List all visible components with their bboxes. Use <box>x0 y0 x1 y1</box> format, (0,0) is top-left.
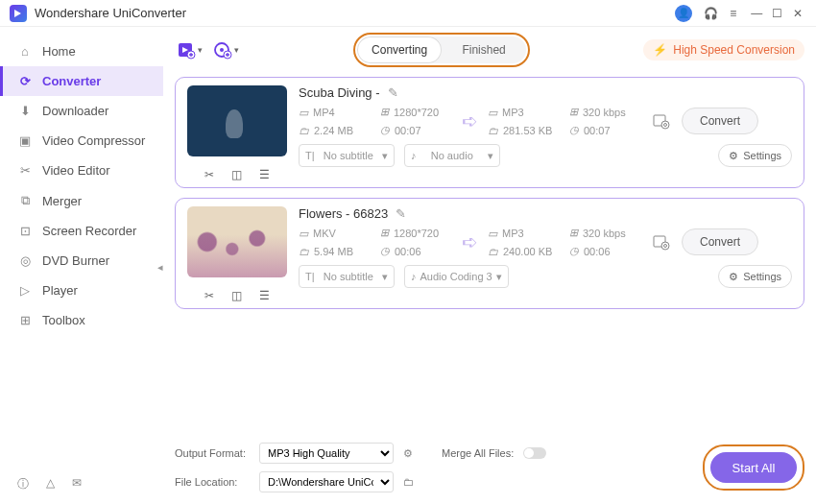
trim-icon[interactable]: ✂ <box>204 168 214 181</box>
file-location-select[interactable]: D:\Wondershare UniConverter <box>259 471 394 492</box>
src-size: 2.24 MB <box>314 125 353 136</box>
sidebar-label: Downloader <box>42 104 108 118</box>
open-folder-icon[interactable]: 🗀 <box>403 476 414 488</box>
dst-format: MP3 <box>502 228 524 239</box>
subtitle-select[interactable]: T|No subtitle▾ <box>299 265 395 288</box>
src-res: 1280*720 <box>394 107 439 118</box>
sidebar-item-converter[interactable]: ⟳Converter <box>0 66 163 96</box>
folder-icon: 🗀 <box>299 246 309 257</box>
video-thumbnail[interactable] <box>187 85 287 156</box>
folder-icon: 🗀 <box>488 246 498 257</box>
more-icon[interactable]: ☰ <box>259 168 270 181</box>
gear-icon: ⚙ <box>729 271 738 283</box>
grid-icon: ⊞ <box>17 313 33 327</box>
clock-icon: ◷ <box>380 124 390 136</box>
convert-icon: ⟳ <box>17 74 33 88</box>
audio-track-select[interactable]: ♪Audio Coding 3▾ <box>404 265 509 288</box>
sidebar-label: Home <box>42 44 76 59</box>
src-size: 5.94 MB <box>314 246 353 257</box>
user-avatar[interactable]: 👤 <box>675 5 692 22</box>
crop-icon[interactable]: ◫ <box>231 289 242 302</box>
sidebar-label: Toolbox <box>42 313 85 327</box>
help-icon[interactable]: ⓘ <box>17 476 29 492</box>
media-card: ✂ ◫ ☰ Flowers - 66823 ✎ ▭MKV 🗀5.94 MB ⊞1 <box>175 198 804 309</box>
settings-button[interactable]: ⚙Settings <box>718 144 792 167</box>
load-dvd-button[interactable]: ▾ <box>211 36 240 64</box>
output-format-select[interactable]: MP3 High Quality <box>259 443 394 464</box>
edit-title-icon[interactable]: ✎ <box>396 206 406 221</box>
close-icon[interactable]: ✕ <box>789 5 806 22</box>
dst-bitrate: 320 kbps <box>583 228 626 239</box>
sidebar-item-dvd[interactable]: ◎DVD Burner <box>0 246 163 276</box>
minimize-icon[interactable]: — <box>748 5 765 22</box>
bottom-bar: Output Format: MP3 High Quality ⚙ Merge … <box>175 435 804 504</box>
sidebar-item-compressor[interactable]: ▣Video Compressor <box>0 126 163 156</box>
media-title: Scuba Diving - <box>299 85 380 100</box>
sidebar-item-downloader[interactable]: ⬇Downloader <box>0 96 163 126</box>
trim-icon[interactable]: ✂ <box>204 289 214 302</box>
merge-icon: ⧉ <box>17 193 33 208</box>
play-icon: ▷ <box>17 283 33 298</box>
merge-toggle[interactable] <box>523 447 546 459</box>
sidebar-item-toolbox[interactable]: ⊞Toolbox <box>0 305 163 335</box>
sidebar-item-home[interactable]: ⌂Home <box>0 36 163 66</box>
video-icon: ▭ <box>299 107 308 119</box>
add-file-button[interactable]: ▾ <box>175 36 204 64</box>
video-icon: ▭ <box>299 228 308 240</box>
chevron-down-icon: ▾ <box>382 150 388 162</box>
hamburger-menu-icon[interactable]: ≡ <box>730 7 736 20</box>
media-title: Flowers - 66823 <box>299 206 388 221</box>
file-location-label: File Location: <box>175 476 250 488</box>
sidebar-label: Converter <box>42 74 101 88</box>
gear-icon: ⚙ <box>729 150 738 162</box>
dst-bitrate: 320 kbps <box>583 107 626 118</box>
audio-track-select[interactable]: ♪No audio▾ <box>404 144 500 167</box>
settings-button[interactable]: ⚙Settings <box>718 265 792 288</box>
dst-dur: 00:06 <box>584 246 611 257</box>
merge-label: Merge All Files: <box>442 447 514 459</box>
edit-title-icon[interactable]: ✎ <box>388 85 398 100</box>
maximize-icon[interactable]: ☐ <box>769 5 786 22</box>
feedback-icon[interactable]: ✉ <box>72 476 82 492</box>
sidebar-item-recorder[interactable]: ⊡Screen Recorder <box>0 216 163 246</box>
settings-label: Settings <box>743 271 781 282</box>
headset-icon[interactable]: 🎧 <box>704 7 718 20</box>
sidebar-label: Video Editor <box>42 163 110 178</box>
start-all-button[interactable]: Start All <box>710 452 797 483</box>
audio-value: No audio <box>431 150 473 161</box>
sidebar-item-player[interactable]: ▷Player <box>0 276 163 305</box>
crop-icon[interactable]: ◫ <box>231 168 242 181</box>
media-card: ✂ ◫ ☰ Scuba Diving - ✎ ▭MP4 🗀2.24 MB ⊞12 <box>175 77 804 188</box>
resolution-icon: ⊞ <box>380 106 389 118</box>
clock-icon: ◷ <box>569 124 579 136</box>
home-icon: ⌂ <box>17 44 33 59</box>
sidebar-label: Merger <box>42 194 82 208</box>
status-tabs: Converting Finished <box>357 36 526 63</box>
recorder-icon: ⊡ <box>17 224 33 238</box>
audio-value: Audio Coding 3 <box>420 271 492 282</box>
convert-button[interactable]: Convert <box>682 228 758 255</box>
chevron-down-icon: ▾ <box>488 150 493 162</box>
arrow-right-icon: ➪ <box>462 110 478 132</box>
sidebar-item-editor[interactable]: ✂Video Editor <box>0 156 163 185</box>
bell-icon[interactable]: △ <box>46 476 55 492</box>
sidebar-label: Player <box>42 283 78 298</box>
app-logo <box>10 5 27 22</box>
output-settings-icon[interactable] <box>651 110 672 132</box>
dst-format: MP3 <box>502 107 524 118</box>
sidebar-label: DVD Burner <box>42 253 109 268</box>
high-speed-conversion-button[interactable]: ⚡ High Speed Conversion <box>643 39 804 60</box>
tab-finished[interactable]: Finished <box>442 36 526 63</box>
src-dur: 00:07 <box>395 125 421 136</box>
video-thumbnail[interactable] <box>187 206 287 277</box>
app-title: Wondershare UniConverter <box>35 6 186 20</box>
dst-size: 240.00 KB <box>503 246 552 257</box>
subtitle-select[interactable]: T|No subtitle▾ <box>299 144 395 167</box>
format-settings-icon[interactable]: ⚙ <box>403 447 413 460</box>
tab-converting[interactable]: Converting <box>357 36 442 63</box>
convert-button[interactable]: Convert <box>682 108 758 134</box>
more-icon[interactable]: ☰ <box>259 289 270 302</box>
sidebar-item-merger[interactable]: ⧉Merger <box>0 185 163 216</box>
compress-icon: ▣ <box>17 133 33 148</box>
output-settings-icon[interactable] <box>651 231 672 252</box>
